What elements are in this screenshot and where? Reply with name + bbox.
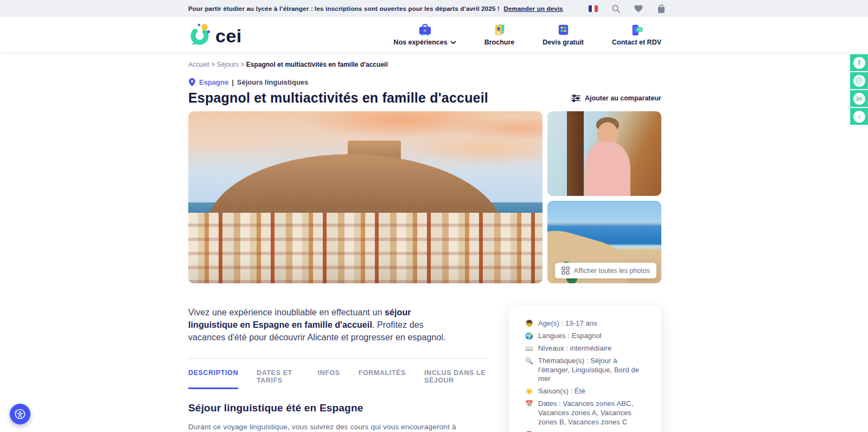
breadcrumb-current: Espagnol et multiactivités en famille d'…	[246, 61, 388, 68]
photo-shirt	[585, 142, 630, 196]
grid-icon	[561, 266, 570, 275]
brochure-icon	[493, 23, 506, 37]
tab-infos[interactable]: INFOS	[318, 369, 340, 389]
fact-age: 👦Age(s) : 13-17 ans	[525, 319, 648, 328]
search-icon[interactable]	[611, 4, 621, 14]
breadcrumb-separator: >	[240, 61, 244, 68]
tab-inclus[interactable]: INCLUS DANS LE SÉJOUR	[424, 369, 487, 389]
nav-label: Contact et RDV	[612, 39, 661, 46]
section-paragraph: Durant ce voyage linguistique, vous suiv…	[188, 421, 470, 432]
fact-label: Dates : Vacances zones ABC, Vacances zon…	[538, 399, 648, 427]
accessibility-widget-button[interactable]	[10, 404, 30, 424]
breadcrumb-sejours-link[interactable]: Séjours	[216, 61, 239, 68]
social-rail: f in ♪	[850, 54, 868, 125]
nav-item-contact[interactable]: Contact et RDV	[612, 23, 661, 46]
fact-themes: 🔍Thématique(s) : Séjour à l’étranger, Li…	[525, 357, 648, 384]
fact-label: Niveaux : intermédiaire	[538, 344, 611, 353]
promo-text: Pour partir étudier au lycée à l’étrange…	[188, 5, 563, 12]
breadcrumb-separator: >	[211, 61, 215, 68]
tab-dates-tarifs[interactable]: DATES ET TARIFS	[257, 369, 299, 389]
logo-text: cei	[215, 27, 242, 45]
age-icon: 👦	[525, 319, 534, 328]
instagram-button[interactable]	[850, 72, 868, 89]
main-photo-alicante[interactable]	[188, 111, 542, 283]
facebook-button[interactable]: f	[850, 54, 868, 71]
nav-label: Nos expériences	[393, 39, 447, 46]
tab-bar: DESCRIPTION DATES ET TARIFS INFOS FORMAL…	[188, 359, 487, 389]
promo-banner: Pour partir étudier au lycée à l’étrange…	[0, 0, 868, 17]
tiktok-button[interactable]: ♪	[850, 108, 868, 125]
sun-icon: ☀️	[525, 387, 534, 396]
breadcrumb: Accueil > Séjours > Espagnol et multiact…	[188, 61, 661, 68]
chevron-down-icon	[450, 41, 456, 45]
location-category: Séjours linguistiques	[237, 78, 308, 86]
comparator-label: Ajouter au comparateur	[585, 94, 661, 102]
photo-beam	[567, 111, 584, 196]
logo-icon	[188, 22, 212, 46]
sliders-icon	[571, 94, 580, 102]
show-all-photos-button[interactable]: Afficher toutes les photos	[555, 263, 656, 278]
nav-item-free-quote[interactable]: Devis gratuit	[542, 23, 584, 46]
nav-label: Brochure	[484, 39, 515, 46]
main-content: Accueil > Séjours > Espagnol et multiact…	[188, 52, 661, 432]
location-pin-icon	[188, 78, 196, 87]
fact-label: Langues : Espagnol	[538, 332, 602, 341]
fact-season: ☀️Saison(s) : Été	[525, 387, 648, 396]
book-icon: 📖	[525, 344, 534, 353]
fact-label: Age(s) : 13-17 ans	[538, 319, 597, 328]
site-header: cei ✈ Nos expériences Bro	[0, 17, 868, 52]
photo-gallery: Afficher toutes les photos	[188, 111, 661, 283]
intro-text: Vivez une expérience inoubliable en effe…	[188, 308, 385, 317]
intro-paragraph: Vivez une expérience inoubliable en effe…	[188, 306, 454, 344]
tab-formalites[interactable]: FORMALITÉS	[359, 369, 406, 389]
fact-dates: 📅Dates : Vacances zones ABC, Vacances zo…	[525, 399, 648, 427]
language-flag-icon[interactable]	[589, 5, 598, 12]
magnifier-icon: 🔍	[525, 357, 534, 384]
nav-item-experiences[interactable]: ✈ Nos expériences	[393, 23, 456, 46]
facebook-icon: f	[853, 57, 865, 69]
phone-icon	[629, 23, 644, 37]
nav-item-brochure[interactable]: Brochure	[484, 23, 515, 46]
fact-label: Saison(s) : Été	[538, 387, 585, 396]
globe-icon: 🌍	[525, 332, 534, 341]
location-country-link[interactable]: Espagne	[199, 78, 228, 86]
instagram-icon	[853, 75, 865, 87]
add-to-comparator-button[interactable]: Ajouter au comparateur	[571, 94, 661, 102]
fact-levels: 📖Niveaux : intermédiaire	[525, 344, 648, 353]
photo-thumb-beach[interactable]: Afficher toutes les photos	[547, 201, 661, 283]
photo-thumb-student[interactable]	[547, 111, 661, 196]
photos-button-label: Afficher toutes les photos	[574, 267, 650, 275]
breadcrumb-home-link[interactable]: Accueil	[188, 61, 209, 68]
calendar-icon: 📅	[525, 399, 534, 427]
section-heading: Séjour linguistique été en Espagne	[188, 402, 487, 414]
calculator-icon	[557, 23, 570, 37]
suitcase-icon: ✈	[418, 23, 432, 37]
promo-quote-link[interactable]: Demander un devis	[503, 5, 563, 12]
fact-languages: 🌍Langues : Espagnol	[525, 332, 648, 341]
accessibility-icon	[14, 408, 27, 421]
wishlist-heart-icon[interactable]	[634, 4, 643, 14]
trip-facts-card: 👦Age(s) : 13-17 ans 🌍Langues : Espagnol …	[509, 306, 661, 432]
promo-message: Pour partir étudier au lycée à l’étrange…	[188, 5, 500, 12]
location-divider: |	[232, 78, 234, 86]
tiktok-icon: ♪	[853, 111, 865, 123]
linkedin-button[interactable]: in	[850, 90, 868, 107]
page-title: Espagnol et multiactivités en famille d'…	[188, 90, 488, 106]
nav-label: Devis gratuit	[542, 39, 584, 46]
linkedin-icon: in	[853, 93, 865, 105]
bag-icon[interactable]	[656, 4, 666, 14]
photo-city	[188, 213, 542, 283]
tab-description[interactable]: DESCRIPTION	[188, 369, 238, 389]
main-nav: ✈ Nos expériences Brochure	[393, 17, 661, 52]
fact-label: Thématique(s) : Séjour à l’étranger, Lin…	[538, 357, 648, 384]
cei-logo[interactable]: cei	[188, 22, 242, 46]
location-row: Espagne | Séjours linguistiques	[188, 78, 661, 87]
